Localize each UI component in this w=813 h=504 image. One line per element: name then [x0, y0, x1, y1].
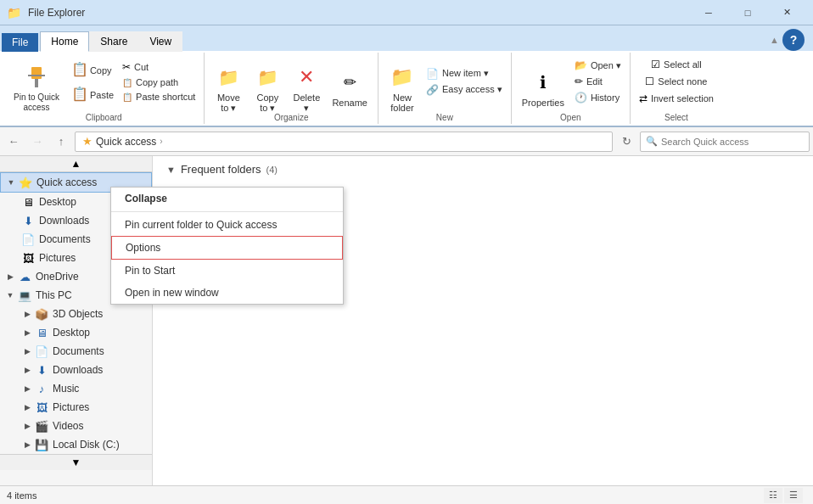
- view-list-button[interactable]: ☰: [784, 488, 803, 503]
- open-items: ℹ Properties 📂 Open ▾ ✏ Edit 🕐 History: [517, 54, 625, 122]
- tab-share[interactable]: Share: [89, 31, 138, 52]
- sidebar-desktop2-label: Desktop: [53, 327, 90, 339]
- sidebar-item-videos[interactable]: ▶ 🎬 Videos: [0, 417, 152, 435]
- context-menu-collapse[interactable]: Collapse: [111, 188, 343, 210]
- ribbon-collapse-icon[interactable]: ▲: [770, 35, 779, 45]
- paste-label: Paste: [90, 90, 114, 100]
- sidebar-scroll-up[interactable]: ▲: [0, 156, 152, 172]
- move-to-button[interactable]: 📁 Moveto ▾: [210, 62, 247, 115]
- context-menu-pin-start[interactable]: Pin to Start: [111, 260, 343, 282]
- downloads2-expand-icon[interactable]: ▶: [20, 363, 34, 377]
- search-icon: 🔍: [646, 136, 658, 147]
- copy-to-label: Copyto ▾: [257, 92, 279, 114]
- music-expand-icon[interactable]: ▶: [20, 382, 34, 395]
- sidebar-item-3d-objects[interactable]: ▶ 📦 3D Objects: [0, 305, 152, 323]
- organize-group-label: Organize: [205, 113, 378, 122]
- select-all-label: Select all: [664, 59, 702, 70]
- edit-button[interactable]: ✏ Edit: [571, 74, 625, 89]
- context-menu-separator: [111, 211, 343, 212]
- sidebar-pictures2-label: Pictures: [53, 401, 89, 413]
- copy-to-button[interactable]: 📁 Copyto ▾: [249, 62, 286, 115]
- paste-button[interactable]: 📋 Paste: [66, 82, 117, 106]
- properties-label: Properties: [522, 98, 564, 108]
- new-item-button[interactable]: 📄 New item ▾: [423, 66, 506, 81]
- section-header: ▼ Frequent folders (4): [166, 163, 799, 176]
- tab-file[interactable]: File: [2, 33, 38, 52]
- pictures2-expand-icon[interactable]: ▶: [20, 400, 34, 414]
- history-button[interactable]: 🕐 History: [571, 90, 625, 105]
- copy-icon: 📋: [70, 59, 90, 80]
- paste-icon: 📋: [70, 84, 90, 104]
- rename-button[interactable]: ✏ Rename: [327, 67, 373, 109]
- 3d-expand-icon[interactable]: ▶: [20, 307, 34, 321]
- context-menu-pin-current[interactable]: Pin current folder to Quick access: [111, 214, 343, 236]
- tab-home[interactable]: Home: [40, 31, 89, 52]
- sidebar-pictures-label: Pictures: [39, 252, 76, 264]
- easy-access-label: Easy access ▾: [442, 84, 502, 95]
- help-button[interactable]: ?: [782, 29, 805, 51]
- select-all-icon: ☑: [651, 59, 660, 70]
- ribbon-group-organize: 📁 Moveto ▾ 📁 Copyto ▾ ✕ Delete▾ ✏ Rename…: [205, 53, 378, 124]
- sidebar-downloads-label: Downloads: [39, 215, 89, 227]
- sidebar-item-local-disk[interactable]: ▶ 💾 Local Disk (C:): [0, 435, 152, 454]
- ribbon-tab-bar: File Home Share View ▲ ?: [0, 25, 813, 51]
- properties-button[interactable]: ℹ Properties: [517, 67, 569, 109]
- sidebar-downloads2-label: Downloads: [53, 364, 103, 376]
- select-group-label: Select: [631, 113, 722, 122]
- view-grid-button[interactable]: ☷: [764, 488, 782, 503]
- status-item-count: 4 items: [7, 490, 760, 501]
- pictures-icon: 🖼: [20, 250, 36, 266]
- minimize-button[interactable]: ─: [689, 0, 728, 25]
- select-items: ☑ Select all ☐ Select none ⇄ Invert sele…: [636, 54, 717, 122]
- search-input[interactable]: [661, 137, 804, 147]
- forward-button[interactable]: →: [27, 132, 48, 152]
- copy-label: Copy: [90, 65, 112, 76]
- sidebar-item-desktop2[interactable]: ▶ 🖥 Desktop: [0, 323, 152, 342]
- onedrive-expand-icon[interactable]: ▶: [3, 270, 17, 283]
- ribbon-group-clipboard: Pin to Quickaccess 📋 Copy 📋 Paste ✂ Cut: [3, 53, 205, 124]
- address-path[interactable]: ★ Quick access ›: [75, 132, 613, 152]
- new-folder-icon: 📁: [389, 64, 416, 91]
- documents2-expand-icon[interactable]: ▶: [20, 344, 34, 358]
- sidebar-item-pictures2[interactable]: ▶ 🖼 Pictures: [0, 398, 152, 417]
- close-button[interactable]: ✕: [767, 0, 806, 25]
- window-controls: ─ □ ✕: [689, 0, 806, 25]
- new-folder-button[interactable]: 📁 Newfolder: [384, 62, 421, 115]
- context-menu-options[interactable]: Options: [111, 236, 343, 260]
- sidebar-item-documents2[interactable]: ▶ 📄 Documents: [0, 342, 152, 361]
- back-button[interactable]: ←: [3, 132, 24, 152]
- quick-access-expand-icon[interactable]: ▼: [4, 176, 18, 189]
- pictures2-icon: 🖼: [34, 400, 49, 415]
- open-button[interactable]: 📂 Open ▾: [571, 58, 625, 73]
- copy-path-button[interactable]: 📋 Copy path: [119, 76, 199, 89]
- copy-button[interactable]: 📋 Copy: [66, 58, 117, 81]
- up-button[interactable]: ↑: [51, 132, 71, 152]
- context-menu-open-new-window[interactable]: Open in new window: [111, 282, 343, 304]
- sidebar-item-music[interactable]: ▶ ♪ Music: [0, 379, 152, 398]
- sidebar-scroll-down[interactable]: ▼: [0, 454, 152, 470]
- open-label: Open ▾: [591, 60, 621, 71]
- invert-selection-button[interactable]: ⇄ Invert selection: [636, 91, 717, 106]
- search-box[interactable]: 🔍: [640, 132, 810, 152]
- sidebar-videos-label: Videos: [53, 420, 83, 432]
- desktop-icon: 🖥: [20, 194, 36, 210]
- local-disk-expand-icon[interactable]: ▶: [20, 438, 34, 451]
- sidebar-item-downloads2[interactable]: ▶ ⬇ Downloads: [0, 361, 152, 379]
- refresh-button[interactable]: ↻: [616, 132, 636, 152]
- select-none-button[interactable]: ☐ Select none: [642, 74, 710, 89]
- easy-access-button[interactable]: 🔗 Easy access ▾: [423, 82, 506, 98]
- videos-expand-icon[interactable]: ▶: [20, 419, 34, 433]
- cut-button[interactable]: ✂ Cut: [119, 59, 199, 75]
- desktop2-expand-icon[interactable]: ▶: [20, 326, 34, 339]
- select-all-button[interactable]: ☑ Select all: [648, 57, 705, 72]
- pin-quick-access-button[interactable]: Pin to Quickaccess: [8, 62, 64, 115]
- delete-button[interactable]: ✕ Delete▾: [288, 62, 325, 115]
- documents-icon: 📄: [20, 232, 36, 247]
- sidebar-local-disk-label: Local Disk (C:): [53, 439, 120, 451]
- maximize-button[interactable]: □: [728, 0, 767, 25]
- path-separator: ›: [160, 137, 162, 146]
- address-bar: ← → ↑ ★ Quick access › ↻ 🔍: [0, 127, 813, 156]
- paste-shortcut-button[interactable]: 📋 Paste shortcut: [119, 90, 199, 104]
- this-pc-expand-icon[interactable]: ▼: [3, 288, 17, 302]
- tab-view[interactable]: View: [138, 31, 182, 52]
